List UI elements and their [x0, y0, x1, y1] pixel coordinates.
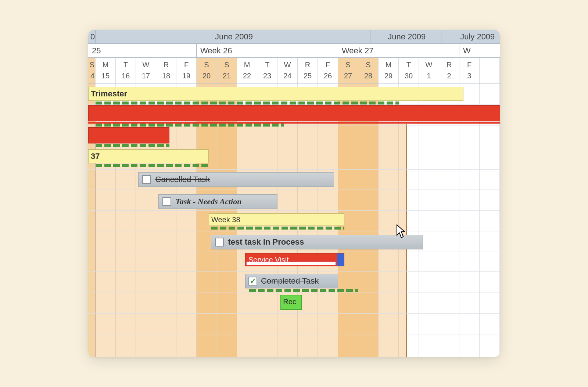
header-months-row: 009June 2009June 2009July 2009: [88, 30, 500, 44]
header-day-cell[interactable]: F3: [459, 58, 480, 84]
header-week-cell[interactable]: W: [459, 44, 500, 57]
task-label: test task In Process: [228, 237, 304, 247]
summary-bar-label: Week 38: [211, 216, 240, 224]
header-day-cell[interactable]: M15: [96, 58, 116, 84]
task-checkbox[interactable]: [142, 175, 151, 184]
header-day-cell[interactable]: R18: [156, 58, 176, 84]
timeline-header: 009June 2009June 2009July 2009 25Week 26…: [88, 30, 500, 84]
event-bar-red-small[interactable]: [88, 127, 169, 143]
task-checkbox[interactable]: [215, 238, 224, 246]
grid-column: [399, 84, 419, 357]
progress-dashed-line: [96, 164, 209, 167]
task-label: Completed Task: [261, 276, 319, 286]
header-weeks-row: 25Week 26Week 27W: [88, 44, 500, 58]
task-label: Cancelled Task: [155, 175, 210, 184]
header-week-cell[interactable]: Week 26: [197, 44, 338, 57]
header-month-cell[interactable]: July 2009: [441, 30, 500, 43]
progress-dashed-line: [96, 144, 169, 147]
task-label: Task - Needs Action: [176, 197, 242, 206]
progress-dashed-line: [96, 102, 399, 104]
header-day-cell[interactable]: S20: [197, 58, 217, 84]
header-day-cell[interactable]: T23: [257, 58, 277, 84]
task-bar-cancelled[interactable]: Cancelled Task: [138, 172, 334, 187]
gantt-frame: 009June 2009June 2009July 2009 25Week 26…: [88, 30, 500, 357]
grid-column: [379, 84, 399, 357]
gantt-body[interactable]: Trimester 37 Cancelled Task Task - Needs…: [88, 84, 500, 357]
grid-column: [419, 84, 439, 357]
event-bar-rec[interactable]: Rec: [280, 295, 302, 310]
header-day-cell[interactable]: T30: [399, 58, 419, 84]
header-day-cell[interactable]: T16: [116, 58, 136, 84]
header-day-cell[interactable]: F26: [318, 58, 338, 84]
header-month-cell[interactable]: 009: [88, 30, 96, 43]
grid-column: [439, 84, 459, 357]
header-week-cell[interactable]: Week 27: [338, 44, 459, 57]
header-day-cell[interactable]: F19: [176, 58, 197, 84]
task-bar-completed[interactable]: Completed Task: [245, 274, 338, 288]
summary-bar-week37[interactable]: 37: [88, 149, 209, 163]
progress-dashed-line: [96, 124, 284, 127]
grid-column: [480, 84, 500, 357]
header-day-cell[interactable]: M22: [237, 58, 257, 84]
summary-bar-week38[interactable]: Week 38: [209, 213, 344, 226]
task-checkbox-checked[interactable]: [248, 277, 257, 285]
summary-bar-label: 37: [91, 152, 100, 161]
header-day-cell[interactable]: S21: [217, 58, 237, 84]
progress-dashed-line: [211, 227, 344, 230]
resize-handle[interactable]: [338, 274, 338, 288]
summary-bar-label: Trimester: [91, 89, 127, 99]
header-day-cell[interactable]: S27: [338, 58, 358, 84]
header-day-cell[interactable]: M29: [379, 58, 399, 84]
header-month-cell[interactable]: June 2009: [96, 30, 370, 43]
event-label: Rec: [283, 298, 296, 306]
resize-handle[interactable]: [337, 253, 344, 266]
header-day-cell[interactable]: R25: [298, 58, 318, 84]
summary-bar-trimester[interactable]: Trimester: [88, 87, 463, 101]
task-bar-needs-action[interactable]: Task - Needs Action: [158, 194, 278, 209]
header-week-cell[interactable]: 25: [88, 44, 197, 57]
grid-column: [459, 84, 480, 357]
task-checkbox[interactable]: [162, 197, 171, 206]
header-day-cell[interactable]: W1: [419, 58, 439, 84]
grid-column: [358, 84, 379, 357]
header-day-cell[interactable]: [480, 58, 500, 84]
event-bar-red-large[interactable]: [88, 105, 500, 121]
header-day-cell[interactable]: S4: [88, 58, 96, 84]
task-bar-in-process[interactable]: test task In Process: [211, 235, 423, 249]
header-month-cell[interactable]: June 2009: [370, 30, 441, 43]
header-day-cell[interactable]: S28: [358, 58, 379, 84]
progress-track: [246, 262, 336, 265]
header-days-row: S4M15T16W17R18F19S20S21M22T23W24R25F26S2…: [88, 58, 500, 84]
header-day-cell[interactable]: R2: [439, 58, 459, 84]
gantt-chart[interactable]: 009June 2009June 2009July 2009 25Week 26…: [88, 30, 500, 357]
header-day-cell[interactable]: W24: [277, 58, 298, 84]
grid-column: [88, 84, 96, 357]
event-bar-service-visit[interactable]: Service Visit: [245, 253, 344, 266]
header-day-cell[interactable]: W17: [136, 58, 156, 84]
progress-dashed-line: [249, 289, 358, 292]
